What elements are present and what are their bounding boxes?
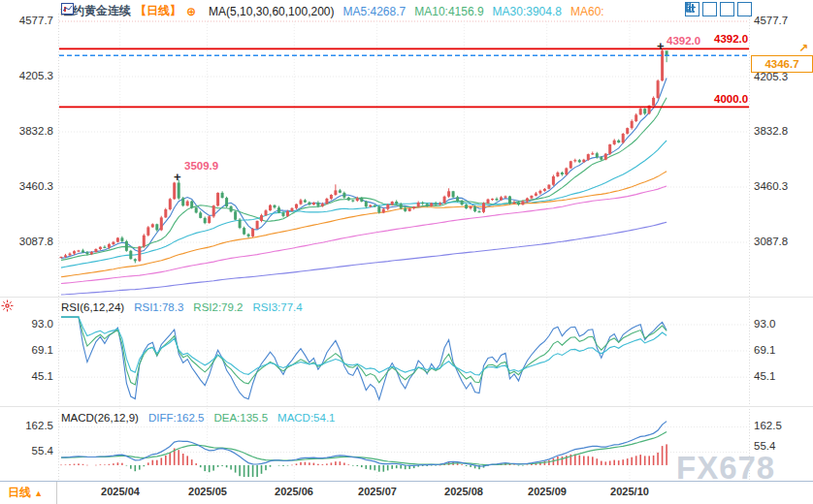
y-axis-label: 4577.7 [3, 15, 53, 27]
rsi-axis-label: 45.1 [754, 370, 775, 383]
y-axis-scale-icon[interactable] [702, 2, 717, 16]
rsi2-value: RSI2:79.2 [193, 301, 243, 313]
swing-high-label: 3509.9 [184, 160, 218, 173]
x-axis-label: 2025/08 [435, 486, 493, 497]
y-axis-label: 4577.7 [754, 15, 788, 27]
period-selector[interactable]: 日线 ▲ [8, 485, 43, 501]
y-axis-label: 3460.3 [754, 180, 788, 193]
x-axis-label: 2025/10 [601, 486, 659, 497]
y-axis-label: 3087.8 [754, 236, 788, 248]
macd-value: MACD:54.1 [277, 412, 335, 424]
rsi-header: RSI(6,12,24) RSI1:78.3 RSI2:79.2 RSI3:77… [61, 301, 303, 313]
y-axis-label: 3832.8 [3, 125, 53, 138]
y-axis-label: 3087.8 [3, 236, 53, 248]
x-axis-label: 2025/06 [265, 486, 323, 497]
ma5-value: MA5:4268.7 [342, 5, 406, 18]
last-price-box: 4346.7 [751, 55, 813, 73]
x-axis-label: 2025/04 [91, 486, 149, 497]
rsi-axis-label: 69.1 [754, 344, 775, 357]
alert-line-label: 4392.0 [667, 35, 700, 47]
rsi-axis-label: 69.1 [3, 344, 53, 357]
chart-header: 纽约黄金连续 【日线】 ⊕ MA(5,10,30,60,100,200) MA5… [61, 3, 604, 19]
y-axis-label: 4205.3 [3, 70, 53, 82]
macd-axis-label: 162.5 [3, 420, 53, 432]
x-axis-label: 2025/05 [179, 486, 237, 497]
macd-axis-label: 55.4 [754, 440, 775, 453]
diff-value: DIFF:162.5 [148, 412, 205, 424]
chevron-up-icon: ▲ [34, 488, 43, 498]
x-axis-label: 2025/07 [348, 486, 406, 497]
main-price-panel[interactable] [59, 21, 749, 296]
dea-value: DEA:135.5 [213, 412, 268, 424]
chart-window: FX678 纽约黄金连续 【日线】 ⊕ MA(5,10,30,60,100,20… [0, 0, 813, 504]
macd-header: MACD(26,12,9) DIFF:162.5 DEA:135.5 MACD:… [61, 412, 335, 424]
swing-high-marker: + [174, 170, 181, 184]
ma30-value: MA30:3904.8 [493, 5, 562, 18]
macd-axis-label: 55.4 [3, 445, 53, 457]
rsi-axis-label: 45.1 [3, 370, 53, 383]
chart-toolbar [685, 2, 752, 16]
macd-axis-label: 162.5 [754, 420, 782, 432]
add-indicator-icon[interactable]: ⊕ [186, 5, 196, 18]
macd-name: MACD(26,12,9) [61, 412, 139, 424]
level-line-label-low: 4000.0 [714, 93, 748, 106]
ma60-value: MA60: [570, 5, 604, 18]
x-axis-label: 2025/09 [518, 486, 576, 497]
restore-view-icon[interactable] [737, 2, 752, 16]
x-axis-scale-icon[interactable] [720, 2, 734, 16]
swing-high-marker: + [657, 39, 665, 53]
ma10-value: MA10:4156.9 [414, 5, 483, 18]
ma-settings-label: MA(5,10,30,60,100,200) [209, 5, 334, 18]
y-axis-label: 3460.3 [3, 180, 53, 193]
level-line-label-high: 4392.0 [714, 33, 748, 46]
period-tag: 【日线】 [135, 3, 181, 19]
rsi1-value: RSI1:78.3 [134, 301, 183, 313]
new-high-arrow-icon: ↗ [798, 42, 808, 55]
rsi3-value: RSI3:77.4 [253, 301, 303, 313]
rsi-axis-label: 93.0 [754, 318, 775, 331]
time-axis-bar: 日线 ▲ 2025/04 2025/05 2025/06 2025/07 202… [0, 481, 813, 504]
rsi-axis-label: 93.0 [3, 318, 53, 331]
y-axis-label: 3832.8 [754, 125, 788, 138]
rsi-name: RSI(6,12,24) [61, 301, 124, 313]
rsi-panel[interactable] [59, 299, 749, 405]
